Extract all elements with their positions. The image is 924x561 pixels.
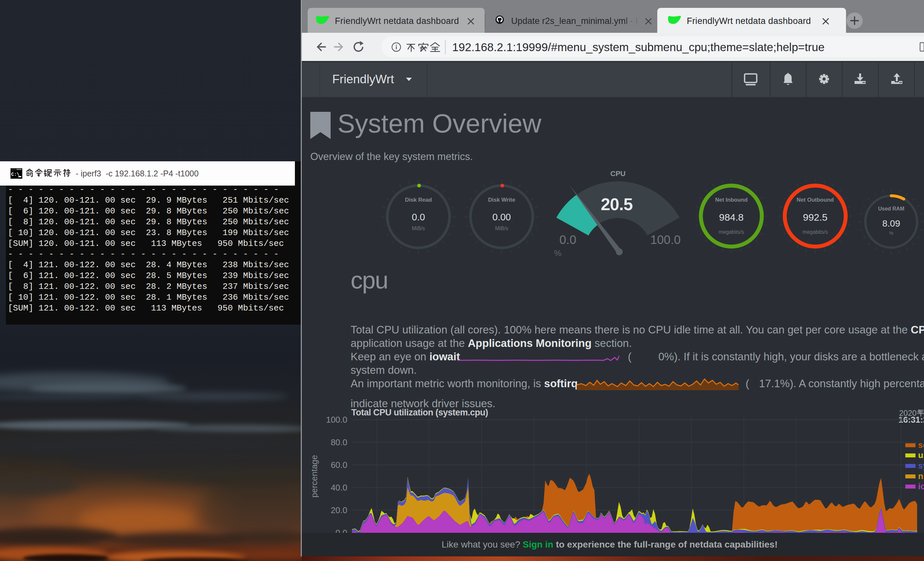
- svg-text:C:\: C:\: [11, 172, 20, 177]
